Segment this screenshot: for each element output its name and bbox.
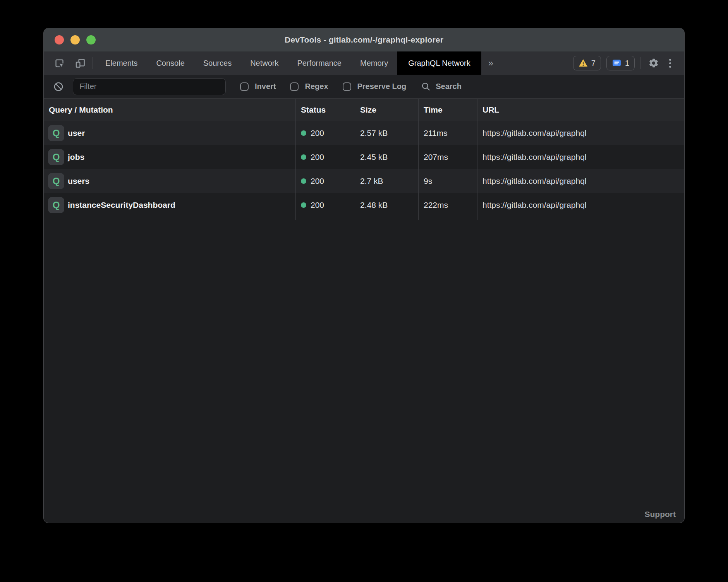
column-separator-stub [44,217,684,220]
column-header-size[interactable]: Size [355,99,418,121]
time-cell: 211ms [418,121,477,145]
request-url: https://gitlab.com/api/graphql [482,200,587,210]
status-cell: 200 [295,121,355,145]
request-url: https://gitlab.com/api/graphql [482,128,587,138]
message-icon [612,59,622,68]
query-cell: Q user [44,121,295,145]
time-cell: 207ms [418,145,477,169]
query-cell: Q users [44,169,295,193]
query-type-badge: Q [48,197,64,213]
query-type-badge: Q [48,125,64,141]
support-link[interactable]: Support [645,510,676,519]
inspect-element-icon[interactable] [52,55,67,71]
tab-graphql-network[interactable]: GraphQL Network [397,51,481,75]
status-cell: 200 [295,193,355,217]
titlebar: DevTools - gitlab.com/-/graphql-explorer [44,28,684,51]
search-label: Search [436,82,462,91]
query-name: user [68,128,85,138]
warnings-badge[interactable]: 7 [573,56,601,70]
panel-tabs: ElementsConsoleSourcesNetworkPerformance… [96,51,481,75]
filter-bar: Invert Regex Preserve Log Search [44,75,684,99]
tab-memory[interactable]: Memory [351,51,397,75]
window-title: DevTools - gitlab.com/-/graphql-explorer [285,35,443,45]
request-url: https://gitlab.com/api/graphql [482,176,587,186]
status-ok-dot-icon [301,130,306,136]
size-cell: 2.7 kB [355,169,418,193]
query-type-badge: Q [48,149,64,165]
preserve-log-label: Preserve Log [357,82,407,91]
url-cell: https://gitlab.com/api/graphql [477,121,684,145]
close-window-button[interactable] [55,35,64,45]
query-cell: Q jobs [44,145,295,169]
url-cell: https://gitlab.com/api/graphql [477,145,684,169]
status-code: 200 [311,176,324,186]
column-header-status[interactable]: Status [295,99,355,121]
device-toolbar-icon[interactable] [72,55,88,71]
table-row[interactable]: Q user 200 2.57 kB 211ms https://gitlab.… [44,121,684,145]
request-time: 222ms [424,200,448,210]
column-header-time[interactable]: Time [418,99,477,121]
messages-count: 1 [625,59,629,68]
tab-performance[interactable]: Performance [288,51,351,75]
settings-gear-icon[interactable] [646,55,661,71]
status-code: 200 [311,200,324,210]
preserve-log-checkbox-group: Preserve Log [343,82,407,91]
minimize-window-button[interactable] [70,35,80,45]
status-cell: 200 [295,145,355,169]
zoom-window-button[interactable] [86,35,96,45]
search-icon [421,82,431,92]
tab-sources[interactable]: Sources [194,51,241,75]
devtools-window: DevTools - gitlab.com/-/graphql-explorer… [43,28,685,523]
toolbar-right: 7 1 [573,51,684,75]
table-row[interactable]: Q jobs 200 2.45 kB 207ms https://gitlab.… [44,145,684,169]
query-name: jobs [68,152,84,162]
response-size: 2.48 kB [360,200,388,210]
request-time: 9s [424,176,432,186]
column-header-url[interactable]: URL [477,99,684,121]
warnings-count: 7 [591,59,596,68]
query-name: users [68,176,89,186]
more-tabs-button[interactable]: » [481,51,500,75]
table-body: Q user 200 2.57 kB 211ms https://gitlab.… [44,121,684,217]
status-ok-dot-icon [301,178,306,184]
traffic-lights [55,28,96,51]
size-cell: 2.45 kB [355,145,418,169]
status-code: 200 [311,128,324,138]
response-size: 2.57 kB [360,128,388,138]
status-code: 200 [311,152,324,162]
status-ok-dot-icon [301,202,306,208]
search-control[interactable]: Search [421,82,462,92]
filter-input[interactable] [73,78,226,95]
tab-network[interactable]: Network [241,51,288,75]
request-url: https://gitlab.com/api/graphql [482,152,587,162]
table-row[interactable]: Q instanceSecurityDashboard 200 2.48 kB … [44,193,684,217]
regex-checkbox[interactable] [290,82,299,91]
time-cell: 222ms [418,193,477,217]
query-cell: Q instanceSecurityDashboard [44,193,295,217]
regex-checkbox-group: Regex [290,82,328,91]
messages-badge[interactable]: 1 [606,56,635,70]
url-cell: https://gitlab.com/api/graphql [477,193,684,217]
toolbar-icons [44,51,93,75]
more-options-kebab-icon[interactable] [667,59,673,68]
invert-checkbox[interactable] [240,82,249,91]
devtools-tabbar: ElementsConsoleSourcesNetworkPerformance… [44,51,684,75]
column-header-query-mutation[interactable]: Query / Mutation [44,99,295,121]
preserve-log-checkbox[interactable] [343,82,351,91]
tab-console[interactable]: Console [147,51,194,75]
toolbar-right-divider [640,57,640,69]
table-header: Query / Mutation Status Size Time URL [44,99,684,121]
query-name: instanceSecurityDashboard [68,200,175,210]
request-time: 211ms [424,128,447,138]
time-cell: 9s [418,169,477,193]
request-time: 207ms [424,152,448,162]
query-type-badge: Q [48,173,64,189]
toolbar-divider [93,57,93,69]
invert-checkbox-group: Invert [240,82,276,91]
tab-elements[interactable]: Elements [96,51,147,75]
status-cell: 200 [295,169,355,193]
status-ok-dot-icon [301,154,306,160]
table-row[interactable]: Q users 200 2.7 kB 9s https://gitlab.com… [44,169,684,193]
response-size: 2.7 kB [360,176,383,186]
clear-block-icon[interactable] [51,79,66,94]
